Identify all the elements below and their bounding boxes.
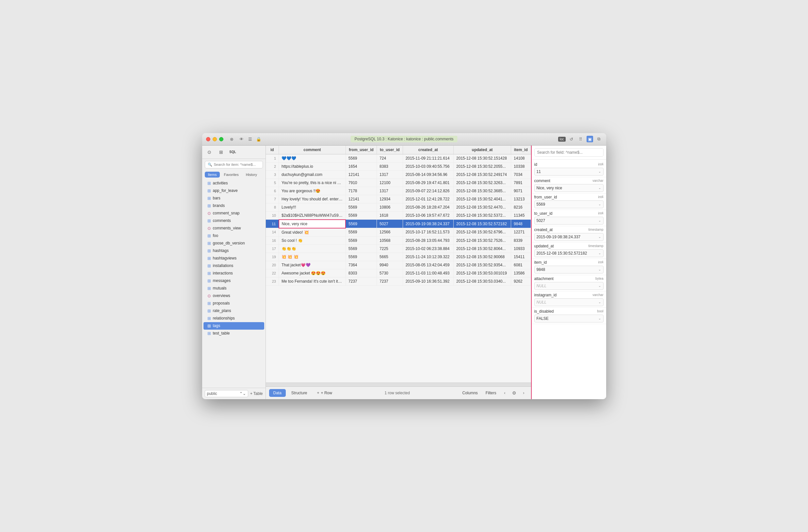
sidebar-item-rate_plans[interactable]: ⊞rate_plans (203, 307, 264, 315)
cell-id[interactable]: 6 (266, 187, 279, 195)
cell-to_user_id[interactable]: 12566 (377, 228, 403, 236)
sql-icon[interactable]: SQL (228, 148, 237, 157)
cell-from_user_id[interactable]: 5569 (346, 253, 377, 261)
table-grid-icon[interactable]: ⊞ (217, 148, 226, 157)
table-row[interactable]: 14Great video! 💥5569125662015-10-17 16:5… (266, 228, 531, 236)
cell-created_at[interactable]: 2015-08-05 13:42:04.459 (403, 261, 453, 269)
sidebar-item-hashtags[interactable]: ⊞hashtags (203, 247, 264, 254)
minimize-icon[interactable]: ⊗ (230, 137, 234, 141)
panel-right-icon[interactable]: ▣ (587, 136, 593, 142)
cell-comment[interactable]: You are gorgeous !!😍 (279, 187, 346, 195)
cell-item_id[interactable]: 8339 (511, 236, 531, 245)
cell-item_id[interactable]: 8216 (511, 203, 531, 211)
cell-from_user_id[interactable]: 12141 (346, 195, 377, 203)
close-button[interactable] (206, 137, 210, 141)
field-expand-button[interactable]: ⌄ (596, 315, 603, 322)
cell-created_at[interactable]: 2015-08-28 13:05:44.793 (403, 236, 453, 245)
field-expand-button[interactable]: ⌄ (596, 201, 603, 208)
field-expand-button[interactable]: ⌄ (596, 250, 603, 257)
sidebar-item-proposals[interactable]: ⊞proposals (203, 300, 264, 307)
refresh-icon[interactable]: ↺ (568, 136, 575, 142)
cell-item_id[interactable]: 6081 (511, 261, 531, 269)
cell-to_user_id[interactable]: 10568 (377, 236, 403, 245)
sidebar-item-foo[interactable]: ⊞foo (203, 232, 264, 240)
sidebar-search-input[interactable] (214, 163, 260, 167)
cell-id[interactable]: 7 (266, 195, 279, 203)
panel-split-icon[interactable]: ⧉ (596, 136, 602, 142)
field-value[interactable]: NULL (535, 299, 596, 306)
table-row[interactable]: 19💥 💥 💥556956652015-11-24 10:12:39.32220… (266, 253, 531, 261)
cell-id[interactable]: 11 (266, 220, 279, 228)
table-row[interactable]: 16So cool ! 👏5569105682015-08-28 13:05:4… (266, 236, 531, 245)
cell-item_id[interactable]: 12271 (511, 228, 531, 236)
sidebar-item-hashtagviews[interactable]: ⊞hashtagviews (203, 254, 264, 262)
cell-created_at[interactable]: 2015-09-07 22:14:12.826 (403, 187, 453, 195)
sidebar-item-overviews[interactable]: ⊙overviews (203, 292, 264, 300)
cell-updated_at[interactable]: 2015-12-08 15:30:52.6796... (454, 228, 511, 236)
cell-id[interactable]: 8 (266, 203, 279, 211)
table-row[interactable]: 7Hey lovely! You should def. enter the C… (266, 195, 531, 203)
field-expand-button[interactable]: ⌄ (596, 299, 603, 306)
sidebar-item-test_table[interactable]: ⊞test_table (203, 330, 264, 337)
cell-item_id[interactable]: 10338 (511, 162, 531, 170)
field-expand-button[interactable]: ⌄ (596, 168, 603, 175)
col-header-to_user_id[interactable]: to_user_id (377, 146, 403, 154)
cell-created_at[interactable]: 2015-11-03 11:00:48.493 (403, 269, 453, 277)
cell-item_id[interactable]: 9262 (511, 277, 531, 285)
cell-id[interactable]: 17 (266, 245, 279, 253)
cell-comment[interactable]: Nice, very nice (279, 220, 346, 228)
cell-to_user_id[interactable]: 7237 (377, 277, 403, 285)
maximize-button[interactable] (219, 137, 223, 141)
cell-comment[interactable]: 👏👏👏 (279, 245, 346, 253)
menu-icon[interactable]: ☰ (247, 136, 254, 142)
cell-id[interactable]: 2 (266, 162, 279, 170)
field-expand-button[interactable]: ⌄ (596, 217, 603, 224)
cell-from_user_id[interactable]: 7237 (346, 277, 377, 285)
cell-item_id[interactable]: 7891 (511, 178, 531, 187)
table-row[interactable]: 8Lovely!!!5569108062015-08-26 18:28:47.2… (266, 203, 531, 211)
cell-item_id[interactable]: 15411 (511, 253, 531, 261)
cell-id[interactable]: 3 (266, 170, 279, 178)
cell-to_user_id[interactable]: 9940 (377, 261, 403, 269)
sidebar-tab-history[interactable]: History (243, 172, 260, 177)
col-header-from_user_id[interactable]: from_user_id (346, 146, 377, 154)
field-value[interactable]: 5027 (535, 217, 596, 224)
field-expand-button[interactable]: ⌄ (596, 233, 603, 241)
cell-comment[interactable]: Great video! 💥 (279, 228, 346, 236)
sidebar-item-comments_view[interactable]: ⊙comments_view (203, 225, 264, 232)
cell-item_id[interactable]: 7034 (511, 170, 531, 178)
sidebar-tab-favorites[interactable]: Favorites (220, 172, 242, 177)
cell-created_at[interactable]: 2015-10-03 09:40:55.756 (403, 162, 453, 170)
cell-from_user_id[interactable]: 7364 (346, 261, 377, 269)
cell-updated_at[interactable]: 2015-12-08 15:30:52.5372... (454, 211, 511, 220)
sidebar-item-goose_db_version[interactable]: ⊞goose_db_version (203, 240, 264, 247)
schema-select[interactable]: public ⌃⌄ (205, 390, 248, 397)
cell-created_at[interactable]: 2015-10-02 06:23:38.884 (403, 245, 453, 253)
cell-updated_at[interactable]: 2015-12-08 15:30:52.90068 (454, 253, 511, 261)
database-icon[interactable]: ⊙ (205, 148, 214, 157)
field-expand-button[interactable]: ⌄ (596, 185, 603, 192)
add-row-button[interactable]: ＋ + Row (313, 389, 335, 397)
sidebar-item-messages[interactable]: ⊞messages (203, 277, 264, 285)
col-header-updated_at[interactable]: updated_at (454, 146, 511, 154)
right-panel-search[interactable] (532, 146, 606, 159)
cell-to_user_id[interactable]: 5665 (377, 253, 403, 261)
field-value[interactable]: 2015-09-19 08:38:24.337 (535, 233, 596, 241)
cell-updated_at[interactable]: 2015-12-08 15:30:52.4470... (454, 203, 511, 211)
cell-updated_at[interactable]: 2015-12-08 15:30:52.3263... (454, 178, 511, 187)
cell-from_user_id[interactable]: 5569 (346, 211, 377, 220)
sidebar-item-relationships[interactable]: ⊞relationships (203, 315, 264, 322)
cell-from_user_id[interactable]: 12141 (346, 170, 377, 178)
field-value[interactable]: 5569 (535, 201, 596, 208)
field-expand-button[interactable]: ⌄ (596, 266, 603, 273)
cell-comment[interactable]: Hey lovely! You should def. enter the Ch… (279, 195, 346, 203)
col-header-item_id[interactable]: item_id (511, 146, 531, 154)
cell-comment[interactable]: 💙💙💙 (279, 154, 346, 162)
cell-to_user_id[interactable]: 5027 (377, 220, 403, 228)
cell-item_id[interactable]: 10933 (511, 245, 531, 253)
cell-created_at[interactable]: 2015-09-10 16:36:51.392 (403, 277, 453, 285)
cell-from_user_id[interactable]: 7178 (346, 187, 377, 195)
cell-to_user_id[interactable]: 10806 (377, 203, 403, 211)
cell-updated_at[interactable]: 2015-12-08 15:30:52.2055... (454, 162, 511, 170)
tab-data[interactable]: Data (269, 389, 286, 397)
